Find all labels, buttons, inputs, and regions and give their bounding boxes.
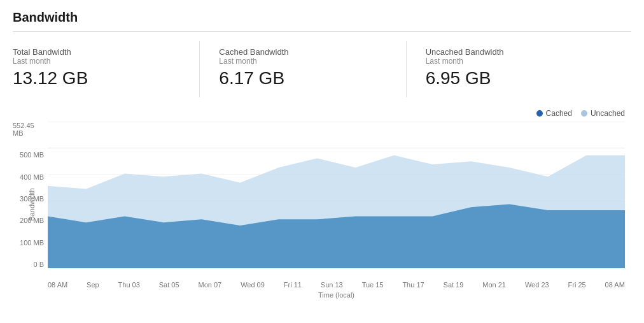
uncached-legend-label: Uncached: [591, 109, 625, 118]
stat-value-cached: 6.17 GB: [219, 68, 393, 89]
stat-card-cached: Cached Bandwidth Last month 6.17 GB: [219, 41, 406, 97]
x-label-08am-end: 08 AM: [605, 281, 625, 289]
x-label-thu03: Thu 03: [118, 281, 140, 289]
x-label-fri25: Fri 25: [568, 281, 586, 289]
x-label-thu17: Thu 17: [402, 281, 424, 289]
x-label-fri11: Fri 11: [284, 281, 302, 289]
cached-legend-label: Cached: [546, 109, 572, 118]
uncached-legend-dot: [581, 110, 587, 117]
x-axis: 08 AM Sep Thu 03 Sat 05 Mon 07 Wed 09 Fr…: [48, 281, 625, 289]
x-label-tue15: Tue 15: [362, 281, 384, 289]
x-label-sat19: Sat 19: [444, 281, 464, 289]
stat-label-cached: Cached Bandwidth: [219, 47, 393, 57]
stat-value-uncached: 6.95 GB: [426, 68, 599, 89]
x-label-mon21: Mon 21: [482, 281, 506, 289]
y-label-100: 100 MB: [20, 239, 44, 247]
legend-item-uncached: Uncached: [581, 109, 625, 118]
x-axis-title: Time (local): [48, 291, 625, 299]
stat-sublabel-total: Last month: [13, 57, 186, 66]
stat-label-total: Total Bandwidth: [13, 47, 186, 57]
chart-legend: Cached Uncached: [536, 109, 625, 118]
x-label-sun13: Sun 13: [321, 281, 343, 289]
stat-card-total: Total Bandwidth Last month 13.12 GB: [13, 41, 200, 97]
chart-container: Cached Uncached 552.45 MB 500 MB 400 MB …: [13, 109, 631, 300]
x-label-wed23: Wed 23: [525, 281, 549, 289]
chart-svg: [48, 122, 625, 268]
y-label-0: 0 B: [33, 261, 44, 268]
page-title: Bandwidth: [13, 10, 631, 32]
x-label-08am-start: 08 AM: [48, 281, 67, 289]
stat-label-uncached: Uncached Bandwidth: [426, 47, 599, 57]
x-label-mon07: Mon 07: [199, 281, 222, 289]
stats-row: Total Bandwidth Last month 13.12 GB Cach…: [13, 41, 631, 97]
y-axis-title: Bandwidth: [28, 188, 36, 220]
stat-card-uncached: Uncached Bandwidth Last month 6.95 GB: [426, 41, 612, 97]
stat-sublabel-cached: Last month: [219, 57, 393, 66]
x-label-sat05: Sat 05: [159, 281, 179, 289]
cached-legend-dot: [536, 110, 543, 117]
y-label-500: 500 MB: [20, 151, 44, 159]
y-label-400: 400 MB: [20, 173, 44, 181]
y-label-max: 552.45 MB: [13, 122, 44, 137]
stat-sublabel-uncached: Last month: [426, 57, 599, 66]
legend-item-cached: Cached: [536, 109, 572, 118]
x-label-sep: Sep: [87, 281, 99, 289]
stat-value-total: 13.12 GB: [13, 68, 186, 89]
chart-area: [48, 122, 625, 268]
x-label-wed09: Wed 09: [241, 281, 265, 289]
page-container: Bandwidth Total Bandwidth Last month 13.…: [0, 0, 644, 310]
